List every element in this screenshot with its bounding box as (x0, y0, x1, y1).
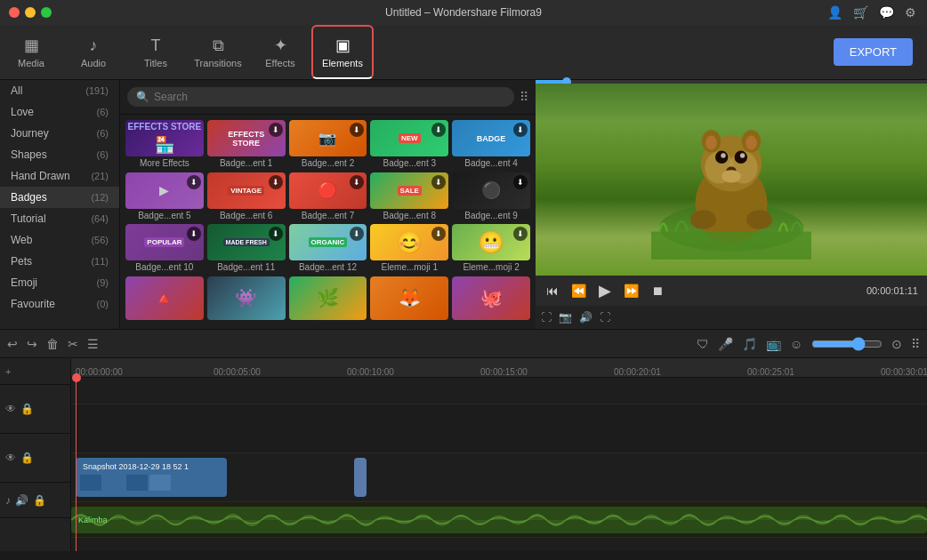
tab-effects-label: Effects (265, 58, 294, 68)
delete-button[interactable]: 🗑 (46, 337, 59, 351)
element-row3a[interactable]: 🔺 (125, 276, 204, 324)
tab-titles[interactable]: T Titles (125, 25, 187, 79)
svg-point-13 (705, 136, 717, 150)
element-badge4[interactable]: BADGE ⬇ Badge...ent 4 (452, 120, 530, 169)
sidebar-item-favourite[interactable]: Favourite (0) (0, 293, 119, 315)
monitor-icon[interactable]: 📺 (766, 337, 781, 351)
zoom-slider[interactable] (811, 337, 883, 351)
sidebar-item-all[interactable]: All (191) (0, 80, 119, 101)
emoji1-label: Eleme...moji 1 (370, 260, 448, 272)
more-effects-item[interactable]: EFFECTS STORE 🏪 More Effects (125, 120, 204, 169)
search-input[interactable] (154, 91, 505, 103)
play-button[interactable]: ▶ (597, 279, 613, 302)
list-button[interactable]: ☰ (87, 337, 99, 351)
element-emoji1[interactable]: 😊 ⬇ Eleme...moji 1 (370, 224, 448, 273)
sidebar-item-emoji[interactable]: Emoji (9) (0, 272, 119, 293)
tab-media[interactable]: ▦ Media (0, 25, 62, 79)
chat-icon[interactable]: 💬 (879, 5, 894, 20)
badge6-vintage: VINTAGE (228, 186, 264, 196)
rewind-button[interactable]: ⏪ (569, 282, 588, 300)
stop-button[interactable]: ⏹ (649, 282, 665, 300)
playhead-handle[interactable] (72, 373, 81, 382)
sidebar: All (191) Love (6) Journey (6) Shapes (6… (0, 80, 120, 329)
sidebar-label-pets: Pets (11, 255, 32, 268)
sidebar-item-tutorial[interactable]: Tutorial (64) (0, 208, 119, 229)
skip-back-button[interactable]: ⏮ (544, 282, 560, 300)
element-row3d[interactable]: 🦊 (370, 276, 448, 324)
tab-titles-label: Titles (144, 58, 167, 68)
groundhog-illustration (642, 100, 820, 260)
element-badge10[interactable]: POPULAR ⬇ Badge...ent 10 (125, 224, 204, 273)
redo-button[interactable]: ↪ (27, 337, 37, 351)
sidebar-item-pets[interactable]: Pets (11) (0, 251, 119, 272)
element-badge3[interactable]: NEW ⬇ Badge...ent 3 (370, 120, 448, 169)
sidebar-item-journey[interactable]: Journey (6) (0, 123, 119, 144)
fullscreen-icon[interactable]: ⛶ (541, 311, 552, 324)
mic-icon[interactable]: 🎤 (718, 337, 733, 351)
track-video-lock-icon[interactable]: 🔒 (20, 403, 34, 415)
element-emoji2[interactable]: 😬 ⬇ Eleme...moji 2 (452, 224, 530, 273)
tab-elements[interactable]: ▣ Elements (311, 25, 374, 79)
element-badge12[interactable]: ORGANIC ⬇ Badge...ent 12 (289, 224, 367, 273)
sidebar-item-web[interactable]: Web (56) (0, 229, 119, 251)
emoji-icon[interactable]: ☺ (790, 337, 802, 351)
video-clip[interactable]: Snapshot 2018-12-29 18 52 1 (76, 458, 227, 497)
element-row3c[interactable]: 🌿 (289, 276, 367, 324)
expand-icon[interactable]: ⛶ (600, 311, 610, 324)
badge3-label: Badge...ent 3 (370, 156, 448, 168)
svg-point-16 (746, 210, 772, 229)
grid-view-icon[interactable]: ⠿ (520, 90, 528, 104)
track-row-audio: Kalimba // Generated inline waveform bar… (71, 502, 927, 538)
sidebar-item-badges[interactable]: Badges (12) (0, 187, 119, 208)
element-badge9[interactable]: ⚫ ⬇ Badge...ent 9 (452, 172, 530, 221)
track-audio-lock-icon[interactable]: 🔒 (33, 494, 46, 507)
sidebar-count-pets: (11) (91, 256, 109, 267)
element-badge11[interactable]: MADE FRESH ⬇ Badge...ent 11 (207, 224, 286, 273)
track-audio-vol-icon[interactable]: 🔊 (15, 494, 28, 507)
tab-audio[interactable]: ♪ Audio (62, 25, 125, 79)
track-audio-icon[interactable]: ♪ (5, 494, 11, 507)
settings-icon[interactable]: ⚙ (905, 5, 916, 20)
sidebar-count-web: (56) (91, 235, 109, 245)
element-badge1[interactable]: EFFECTSSTORE ⬇ Badge...ent 1 (207, 120, 286, 169)
sidebar-item-love[interactable]: Love (6) (0, 101, 119, 123)
element-badge8[interactable]: SALE ⬇ Badge...ent 8 (370, 172, 448, 221)
audio-clip[interactable]: Kalimba // Generated inline waveform bar… (71, 507, 927, 533)
cut-button[interactable]: ✂ (68, 337, 78, 351)
element-badge7[interactable]: 🔴 ⬇ Badge...ent 7 (289, 172, 367, 221)
zoom-reset-icon[interactable]: ⊙ (891, 337, 902, 351)
add-track-icon[interactable]: + (5, 366, 11, 377)
cart-icon[interactable]: 🛒 (853, 5, 868, 20)
user-icon[interactable]: 👤 (827, 5, 842, 20)
close-button[interactable] (9, 7, 20, 18)
export-button[interactable]: EXPORT (834, 38, 913, 66)
sidebar-label-emoji: Emoji (11, 276, 37, 289)
track-video2-lock-icon[interactable]: 🔒 (20, 452, 34, 464)
playhead[interactable] (76, 378, 77, 551)
element-badge5[interactable]: ▶ ⬇ Badge...ent 5 (125, 172, 204, 221)
tab-effects[interactable]: ✦ Effects (249, 25, 311, 79)
grid-icon[interactable]: ⠿ (911, 337, 920, 351)
sidebar-count-badges: (12) (91, 192, 109, 203)
element-row3b[interactable]: 👾 (207, 276, 286, 324)
element-row3e[interactable]: 🐙 (452, 276, 530, 324)
element-badge2[interactable]: 📷 ⬇ Badge...ent 2 (289, 120, 367, 169)
audio-icon: ♪ (90, 36, 98, 55)
fast-forward-button[interactable]: ⏩ (622, 282, 641, 300)
badge10-popular: POPULAR (144, 237, 184, 247)
element-badge6[interactable]: VINTAGE ⬇ Badge...ent 6 (207, 172, 286, 221)
sidebar-item-shapes[interactable]: Shapes (6) (0, 144, 119, 165)
undo-button[interactable]: ↩ (7, 337, 18, 351)
tab-transitions[interactable]: ⧉ Transitions (187, 25, 249, 79)
audio-icon[interactable]: 🎵 (742, 337, 757, 351)
maximize-button[interactable] (41, 7, 52, 18)
sidebar-item-handdrawn[interactable]: Hand Drawn (21) (0, 165, 119, 187)
small-clip[interactable] (354, 458, 367, 497)
volume-icon[interactable]: 🔊 (579, 311, 592, 324)
elements-icon: ▣ (335, 36, 351, 55)
track-video-eye-icon[interactable]: 👁 (5, 403, 16, 415)
badge8-sale: SALE (398, 186, 422, 196)
snapshot-icon[interactable]: 📷 (559, 311, 572, 324)
minimize-button[interactable] (25, 7, 36, 18)
track-video2-eye-icon[interactable]: 👁 (5, 452, 16, 464)
